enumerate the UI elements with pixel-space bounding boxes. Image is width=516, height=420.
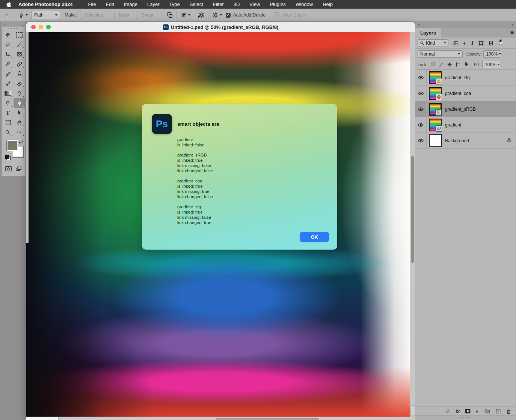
- healing-brush-tool[interactable]: [14, 59, 25, 69]
- swap-colors-icon[interactable]: ⤾: [19, 139, 23, 145]
- new-group-button[interactable]: [484, 408, 490, 414]
- type-filter-icon[interactable]: T: [471, 41, 474, 46]
- filter-smart-objects-button[interactable]: [488, 40, 494, 46]
- menu-view[interactable]: View: [249, 2, 260, 7]
- toolbar-collapse-button[interactable]: «: [2, 22, 25, 27]
- layer-name[interactable]: gradient: [445, 122, 461, 128]
- kind-filter-select[interactable]: Kind: [418, 39, 448, 47]
- path-arrangement-button[interactable]: [198, 12, 205, 19]
- foreground-color-swatch[interactable]: [7, 140, 18, 151]
- canvas[interactable]: Ps smart objects are gradient is linked:…: [26, 32, 410, 417]
- menu-plugins[interactable]: Plugins: [270, 2, 286, 7]
- document-title-bar[interactable]: Ps Untitled-1.psd @ 50% (gradient_sRGB, …: [26, 22, 415, 33]
- layer-name[interactable]: gradient_ztg: [445, 75, 470, 80]
- menu-type[interactable]: Type: [169, 2, 180, 7]
- fill-select[interactable]: 100%: [482, 61, 500, 68]
- layer-name[interactable]: gradient_sRGB: [445, 107, 476, 112]
- eraser-tool[interactable]: [14, 79, 25, 88]
- layer-name[interactable]: gradient_coa: [445, 91, 471, 96]
- filter-pixel-layers-button[interactable]: [453, 40, 459, 46]
- visibility-toggle[interactable]: [415, 117, 427, 132]
- zoom-tool[interactable]: [2, 128, 14, 137]
- rectangle-tool[interactable]: [2, 118, 14, 127]
- lock-all-button[interactable]: [464, 61, 469, 68]
- menu-select[interactable]: Select: [190, 2, 203, 7]
- layer-row-gradient-ztg[interactable]: gradient_ztg: [415, 70, 516, 86]
- vertical-scrollbar-thumb[interactable]: [411, 156, 414, 263]
- edit-toolbar-button[interactable]: •••: [14, 128, 25, 137]
- menu-file[interactable]: File: [88, 2, 96, 7]
- frame-tool[interactable]: ⊠: [14, 50, 25, 59]
- layer-row-background[interactable]: Background: [415, 133, 516, 149]
- blur-tool[interactable]: [14, 89, 25, 98]
- path-operations-button[interactable]: [166, 12, 173, 18]
- horizontal-scrollbar-thumb[interactable]: [216, 418, 319, 420]
- lasso-tool[interactable]: [2, 40, 14, 49]
- eyedropper-tool[interactable]: [2, 59, 14, 69]
- visibility-toggle[interactable]: [415, 133, 427, 148]
- make-mask-button[interactable]: Mask: [114, 11, 134, 19]
- marquee-tool[interactable]: [14, 30, 25, 39]
- link-layers-button[interactable]: [444, 408, 451, 414]
- new-layer-button[interactable]: [495, 408, 501, 414]
- visibility-toggle[interactable]: [415, 101, 427, 117]
- close-panel-icon[interactable]: ×: [418, 22, 420, 27]
- layer-thumbnail[interactable]: [429, 103, 442, 116]
- add-mask-button[interactable]: [465, 408, 471, 414]
- move-tool[interactable]: ✥: [2, 30, 14, 39]
- align-edges-checkbox[interactable]: [274, 12, 279, 18]
- filter-toggle-switch[interactable]: [498, 39, 503, 47]
- layer-thumbnail[interactable]: [429, 134, 442, 147]
- blend-mode-select[interactable]: Normal: [418, 50, 463, 58]
- layer-row-gradient[interactable]: gradient: [415, 117, 516, 133]
- delete-layer-button[interactable]: [506, 408, 511, 414]
- history-brush-tool[interactable]: [2, 79, 14, 88]
- pen-tool[interactable]: [14, 98, 25, 108]
- layer-name[interactable]: Background: [445, 138, 469, 143]
- gradient-tool[interactable]: [2, 89, 14, 98]
- path-selection-tool[interactable]: [14, 108, 25, 117]
- screen-mode-button[interactable]: [15, 166, 22, 172]
- make-shape-button[interactable]: Shape: [137, 11, 159, 19]
- layer-thumbnail[interactable]: ?: [429, 87, 442, 100]
- layer-row-gradient-coa[interactable]: ? gradient_coa: [415, 86, 516, 101]
- make-selection-button[interactable]: Selection...: [80, 11, 111, 19]
- menu-3d[interactable]: 3D: [234, 2, 240, 7]
- layer-thumbnail[interactable]: [429, 119, 442, 131]
- lock-pixels-button[interactable]: [439, 62, 444, 67]
- clone-stamp-tool[interactable]: [14, 69, 25, 78]
- lock-position-icon[interactable]: ✥: [447, 62, 452, 67]
- apple-menu[interactable]: [6, 2, 12, 7]
- panel-resize-strip[interactable]: [415, 415, 516, 420]
- tool-settings-button[interactable]: [212, 12, 222, 18]
- visibility-toggle[interactable]: [415, 70, 427, 85]
- adjustment-layer-icon[interactable]: ◐: [476, 408, 479, 414]
- menu-image[interactable]: Image: [124, 2, 137, 7]
- close-window-button[interactable]: [31, 25, 36, 29]
- current-tool-button[interactable]: [18, 12, 28, 18]
- zoom-level-field[interactable]: 50%: [26, 417, 59, 420]
- filter-shape-layers-button[interactable]: [478, 40, 484, 46]
- zoom-window-button[interactable]: [46, 25, 51, 29]
- lock-transparency-button[interactable]: [430, 61, 435, 68]
- layer-lock-indicator[interactable]: [507, 137, 511, 144]
- crop-tool[interactable]: [2, 50, 14, 59]
- home-icon[interactable]: ⌂: [5, 12, 9, 18]
- menu-layer[interactable]: Layer: [147, 2, 160, 7]
- menu-help[interactable]: Help: [323, 2, 333, 7]
- hand-tool[interactable]: [14, 118, 25, 127]
- tool-mode-select[interactable]: Path: [32, 11, 60, 19]
- visibility-toggle[interactable]: [415, 86, 427, 101]
- adjustment-filter-icon[interactable]: ◐: [463, 40, 466, 46]
- tab-layers[interactable]: Layers: [415, 28, 441, 38]
- toolbar-grip[interactable]: [8, 28, 19, 29]
- lock-artboard-button[interactable]: [455, 62, 460, 67]
- layer-thumbnail[interactable]: [429, 71, 442, 84]
- menu-filter[interactable]: Filter: [213, 2, 224, 7]
- path-alignment-button[interactable]: [180, 12, 190, 18]
- auto-add-delete-checkbox[interactable]: ✓: [226, 13, 231, 18]
- menu-edit[interactable]: Edit: [106, 2, 114, 7]
- layer-row-gradient-srgb[interactable]: gradient_sRGB: [415, 101, 516, 117]
- menu-window[interactable]: Window: [296, 2, 313, 7]
- panel-menu-icon[interactable]: ≡: [510, 29, 514, 36]
